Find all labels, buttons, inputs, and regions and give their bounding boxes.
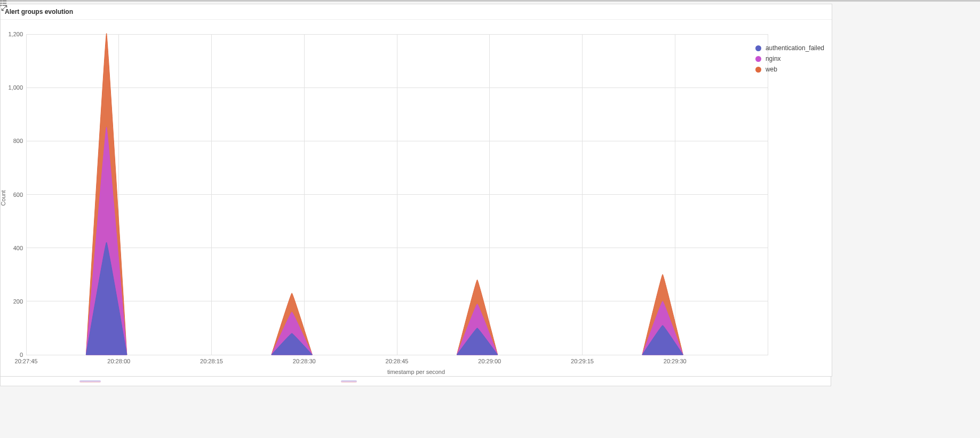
legend-item-nginx[interactable]: nginx xyxy=(755,53,824,64)
legend-label: nginx xyxy=(766,55,781,62)
legend-swatch xyxy=(755,67,761,73)
svg-rect-34 xyxy=(2,3,6,3)
svg-point-33 xyxy=(1,3,2,4)
svg-text:400: 400 xyxy=(13,245,23,251)
area-series-web xyxy=(86,34,683,355)
svg-rect-32 xyxy=(2,1,6,1)
legend-swatch xyxy=(755,45,761,51)
svg-point-31 xyxy=(1,1,2,2)
svg-text:20:27:45: 20:27:45 xyxy=(15,358,38,364)
svg-text:0: 0 xyxy=(20,352,23,358)
svg-text:20:28:15: 20:28:15 xyxy=(200,358,223,364)
brush-strip[interactable] xyxy=(0,377,831,386)
chart-area[interactable]: Count timestamp per second 0200400600800… xyxy=(1,19,832,376)
legend-item-web[interactable]: web xyxy=(755,64,824,75)
svg-text:20:28:00: 20:28:00 xyxy=(107,358,130,364)
area-series-authentication_failed xyxy=(86,242,683,355)
window-top-border xyxy=(0,0,980,2)
svg-text:20:29:15: 20:29:15 xyxy=(571,358,594,364)
panel-header: Alert groups evolution xyxy=(1,4,832,20)
legend-item-authentication_failed[interactable]: authentication_failed xyxy=(755,43,824,53)
legend-label: web xyxy=(766,66,777,73)
expand-panel-button[interactable] xyxy=(818,6,828,17)
svg-point-35 xyxy=(1,5,2,6)
brush-preview[interactable] xyxy=(14,378,831,385)
svg-text:200: 200 xyxy=(13,298,23,305)
chart-panel: Alert groups evolution Count timestamp p… xyxy=(0,4,832,377)
svg-text:1,000: 1,000 xyxy=(8,84,23,91)
svg-text:20:29:30: 20:29:30 xyxy=(664,358,687,364)
area-series-nginx xyxy=(86,127,683,355)
svg-text:800: 800 xyxy=(13,138,23,144)
list-icon xyxy=(0,0,7,6)
legend-swatch xyxy=(755,56,761,62)
svg-text:20:28:45: 20:28:45 xyxy=(386,358,409,364)
panel-title: Alert groups evolution xyxy=(5,8,73,15)
legend-label: authentication_failed xyxy=(766,44,824,52)
svg-text:600: 600 xyxy=(13,192,23,198)
svg-text:1,200: 1,200 xyxy=(8,31,23,37)
legend-toggle-button[interactable] xyxy=(3,378,11,385)
chart-legend: authentication_failednginxweb xyxy=(755,43,824,75)
svg-rect-36 xyxy=(2,5,6,6)
svg-text:20:28:30: 20:28:30 xyxy=(293,358,316,364)
chart-svg: 02004006008001,0001,20020:27:4520:28:002… xyxy=(1,19,832,376)
svg-text:20:29:00: 20:29:00 xyxy=(478,358,501,364)
